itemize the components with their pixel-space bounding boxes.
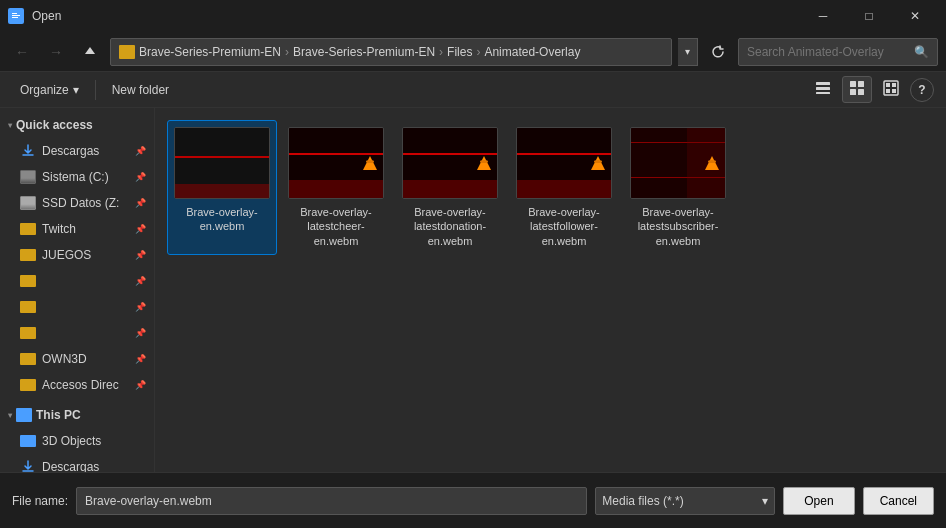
sidebar-item-label: Twitch xyxy=(42,222,129,236)
quick-access-label: Quick access xyxy=(16,118,93,132)
quick-access-header[interactable]: ▾ Quick access xyxy=(0,112,154,138)
search-icon: 🔍 xyxy=(914,45,929,59)
svg-rect-2 xyxy=(816,87,830,90)
breadcrumb-item-1: Brave-Series-Premium-EN xyxy=(139,45,281,59)
svg-rect-1 xyxy=(816,82,830,85)
toolbar: Organize ▾ New folder xyxy=(0,72,946,108)
sidebar-item-accesos[interactable]: Accesos Direc 📌 xyxy=(0,372,154,398)
file-name: Brave-overlay-latestfollower-en.webm xyxy=(516,205,612,248)
help-button[interactable]: ? xyxy=(910,78,934,102)
sidebar-item-own3d[interactable]: OWN3D 📌 xyxy=(0,346,154,372)
new-folder-button[interactable]: New folder xyxy=(104,79,177,101)
bottom-bar: File name: Media files (*.*) ▾ Open Canc… xyxy=(0,472,946,528)
filetype-dropdown-icon: ▾ xyxy=(762,494,768,508)
filename-label: File name: xyxy=(12,494,68,508)
sidebar-item-sistema[interactable]: Sistema (C:) 📌 xyxy=(0,164,154,190)
view-grid-button[interactable] xyxy=(842,76,872,103)
sidebar-item-blank2[interactable]: 📌 xyxy=(0,294,154,320)
file-item[interactable]: Brave-overlay-latestcheer-en.webm xyxy=(281,120,391,255)
sidebar-item-3dobjects[interactable]: 3D Objects xyxy=(0,428,154,454)
window-controls: ─ □ ✕ xyxy=(800,0,938,32)
svg-rect-10 xyxy=(892,83,896,87)
svg-rect-11 xyxy=(886,89,890,93)
this-pc-label: This PC xyxy=(36,408,81,422)
svg-rect-7 xyxy=(858,89,864,95)
view-large-button[interactable] xyxy=(876,76,906,103)
sidebar-item-label: Accesos Direc xyxy=(42,378,129,392)
sidebar-item-ssd[interactable]: SSD Datos (Z: 📌 xyxy=(0,190,154,216)
this-pc-header[interactable]: ▾ This PC xyxy=(0,402,154,428)
folder-icon xyxy=(20,377,36,393)
search-input[interactable] xyxy=(747,45,910,59)
forward-button[interactable]: → xyxy=(42,38,70,66)
pin-icon: 📌 xyxy=(135,172,146,182)
breadcrumb-item-2: Brave-Series-Premium-EN xyxy=(293,45,435,59)
breadcrumb-item-4: Animated-Overlay xyxy=(484,45,580,59)
quick-access-chevron: ▾ xyxy=(8,121,12,130)
folder-icon xyxy=(20,273,36,289)
computer-icon xyxy=(16,408,32,422)
pin-icon: 📌 xyxy=(135,354,146,364)
title-bar-left: Open xyxy=(8,8,61,24)
sidebar-item-descargas2[interactable]: Descargas xyxy=(0,454,154,472)
folder-icon xyxy=(20,221,36,237)
sidebar-item-twitch[interactable]: Twitch 📌 xyxy=(0,216,154,242)
file-thumbnail xyxy=(402,127,498,199)
svg-rect-3 xyxy=(816,92,830,94)
filetype-label: Media files (*.*) xyxy=(602,494,683,508)
filetype-select[interactable]: Media files (*.*) ▾ xyxy=(595,487,775,515)
file-item[interactable]: Brave-overlay-latestsubscriber-en.webm xyxy=(623,120,733,255)
refresh-button[interactable] xyxy=(704,38,732,66)
file-item[interactable]: Brave-overlay-latestfollower-en.webm xyxy=(509,120,619,255)
ssd-icon xyxy=(20,195,36,211)
svg-rect-4 xyxy=(850,81,856,87)
up-button[interactable] xyxy=(76,38,104,66)
sidebar-item-blank1[interactable]: 📌 xyxy=(0,268,154,294)
search-bar[interactable]: 🔍 xyxy=(738,38,938,66)
svg-rect-6 xyxy=(850,89,856,95)
pin-icon: 📌 xyxy=(135,250,146,260)
folder-icon xyxy=(20,351,36,367)
pin-icon: 📌 xyxy=(135,328,146,338)
dialog-title: Open xyxy=(32,9,61,23)
file-thumbnail xyxy=(630,127,726,199)
sidebar-item-blank3[interactable]: 📌 xyxy=(0,320,154,346)
pin-icon: 📌 xyxy=(135,146,146,156)
sidebar-item-label: Descargas xyxy=(42,460,146,472)
this-pc-chevron: ▾ xyxy=(8,411,12,420)
content-area: Brave-overlay-en.webm xyxy=(155,108,946,472)
minimize-button[interactable]: ─ xyxy=(800,0,846,32)
breadcrumb-item-3: Files xyxy=(447,45,472,59)
sidebar-item-label: JUEGOS xyxy=(42,248,129,262)
file-item[interactable]: Brave-overlay-en.webm xyxy=(167,120,277,255)
file-name: Brave-overlay-latestsubscriber-en.webm xyxy=(630,205,726,248)
organize-button[interactable]: Organize ▾ xyxy=(12,79,87,101)
folder-icon xyxy=(20,299,36,315)
maximize-button[interactable]: □ xyxy=(846,0,892,32)
filename-input[interactable] xyxy=(76,487,587,515)
svg-rect-9 xyxy=(886,83,890,87)
main-area: ▾ Quick access Descargas 📌 Sistema (C:) … xyxy=(0,108,946,472)
folder-icon xyxy=(20,247,36,263)
file-thumbnail xyxy=(288,127,384,199)
file-name: Brave-overlay-latestdonation-en.webm xyxy=(402,205,498,248)
file-name: Brave-overlay-latestcheer-en.webm xyxy=(288,205,384,248)
file-thumbnail xyxy=(174,127,270,199)
cancel-button[interactable]: Cancel xyxy=(863,487,934,515)
download-icon xyxy=(20,143,36,159)
sidebar-item-label: SSD Datos (Z: xyxy=(42,196,129,210)
address-dropdown[interactable]: ▾ xyxy=(678,38,698,66)
download-icon xyxy=(20,459,36,472)
open-button[interactable]: Open xyxy=(783,487,854,515)
close-button[interactable]: ✕ xyxy=(892,0,938,32)
file-thumbnail xyxy=(516,127,612,199)
sidebar-item-juegos[interactable]: JUEGOS 📌 xyxy=(0,242,154,268)
3d-icon xyxy=(20,433,36,449)
breadcrumb[interactable]: Brave-Series-Premium-EN › Brave-Series-P… xyxy=(110,38,672,66)
app-icon xyxy=(8,8,24,24)
drive-icon xyxy=(20,169,36,185)
view-list-button[interactable] xyxy=(808,76,838,103)
file-item[interactable]: Brave-overlay-latestdonation-en.webm xyxy=(395,120,505,255)
back-button[interactable]: ← xyxy=(8,38,36,66)
sidebar-item-descargas[interactable]: Descargas 📌 xyxy=(0,138,154,164)
